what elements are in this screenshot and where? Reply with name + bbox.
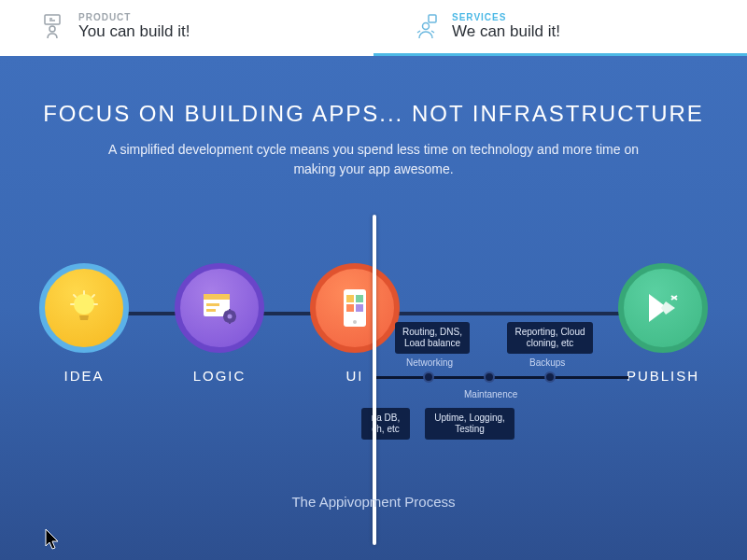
tab-product[interactable]: PRODUCT You can build it! [0, 0, 374, 56]
appstore-play-icon [640, 285, 686, 331]
tab-services-title: We can build it! [452, 22, 560, 41]
svg-rect-6 [204, 294, 230, 300]
hero-heading: FOCUS ON BUILDING APPS... NOT INFRASTRUC… [0, 101, 747, 127]
publish-label: PUBLISH [627, 368, 699, 384]
svg-rect-13 [356, 295, 363, 302]
lightbulb-icon [63, 287, 105, 329]
node-logic: LOGIC [163, 263, 275, 384]
svg-rect-7 [206, 303, 219, 306]
ui-circle [310, 263, 400, 353]
diagram-caption: The Appivopment Process [0, 494, 747, 510]
node-gap [434, 263, 584, 384]
svg-rect-14 [346, 304, 354, 312]
cursor-icon [45, 528, 62, 551]
tab-services-eyebrow: SERVICES [452, 12, 560, 22]
hero-subtext: A simplified development cycle means you… [93, 140, 654, 179]
svg-rect-8 [206, 309, 216, 312]
ui-label: UI [346, 368, 364, 384]
hero-section: FOCUS ON BUILDING APPS... NOT INFRASTRUC… [0, 56, 747, 560]
svg-point-3 [423, 22, 430, 29]
tab-product-eyebrow: PRODUCT [78, 12, 190, 22]
svg-rect-15 [356, 304, 363, 312]
tab-services[interactable]: SERVICES We can build it! [374, 0, 747, 56]
node-idea: IDEA [28, 263, 140, 384]
svg-point-10 [228, 315, 233, 319]
idea-circle [39, 263, 129, 353]
window-gear-icon [198, 287, 241, 329]
svg-point-1 [49, 26, 55, 32]
svg-point-4 [74, 294, 94, 315]
idea-label: IDEA [63, 368, 104, 384]
top-tabs: PRODUCT You can build it! SERVICES We ca… [0, 0, 747, 56]
svg-point-16 [353, 320, 357, 324]
logic-circle [175, 263, 264, 353]
svg-rect-12 [346, 295, 354, 302]
publish-circle [618, 263, 708, 353]
phone-icon [336, 286, 374, 330]
svg-rect-2 [429, 15, 436, 22]
node-publish: PUBLISH [607, 263, 719, 384]
tab-product-title: You can build it! [78, 22, 190, 41]
services-icon [411, 12, 441, 42]
node-ui: UI [299, 263, 411, 384]
logic-label: LOGIC [193, 368, 247, 384]
product-icon [37, 12, 67, 42]
svg-rect-0 [45, 15, 60, 24]
